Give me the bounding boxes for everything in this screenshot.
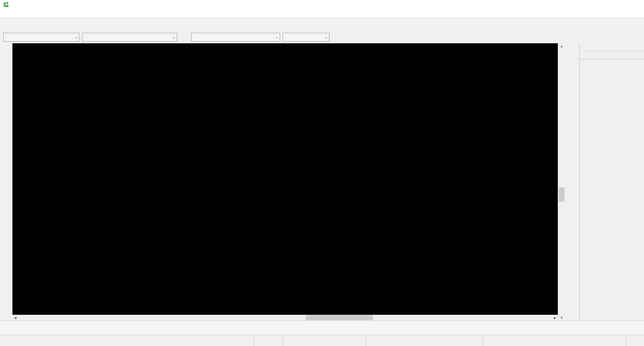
main-toolbar bbox=[0, 17, 644, 31]
status-units bbox=[626, 335, 644, 346]
pcbnew-window: ⌄ ⌄ ⌄ ⌄ ◀ ▶ ▲ ▼ bbox=[0, 0, 644, 346]
scroll-right-icon[interactable]: ▶ bbox=[552, 315, 558, 320]
left-toolbar bbox=[0, 43, 12, 320]
grid-select[interactable]: ⌄ bbox=[191, 33, 280, 42]
scroll-left-icon[interactable]: ◀ bbox=[12, 315, 18, 320]
scroll-down-icon[interactable]: ▼ bbox=[558, 315, 565, 320]
close-button[interactable] bbox=[629, 0, 644, 9]
horizontal-scrollbar[interactable]: ◀ ▶ bbox=[12, 315, 558, 320]
pcb-canvas[interactable] bbox=[12, 43, 558, 315]
chevron-down-icon: ⌄ bbox=[273, 35, 278, 39]
title-bar bbox=[0, 0, 644, 9]
status-grid bbox=[483, 335, 626, 346]
canvas-area[interactable]: ◀ ▶ bbox=[12, 43, 558, 320]
status-message bbox=[0, 335, 254, 346]
right-toolbar bbox=[565, 43, 579, 320]
track-width-select[interactable]: ⌄ bbox=[3, 33, 79, 42]
scroll-up-icon[interactable]: ▲ bbox=[558, 43, 565, 49]
chevron-down-icon: ⌄ bbox=[72, 35, 78, 39]
layers-manager-tabs bbox=[580, 51, 644, 59]
status-counts-bar bbox=[0, 320, 644, 335]
layers-manager-panel bbox=[579, 43, 644, 320]
vertical-scrollbar[interactable]: ▲ ▼ bbox=[558, 43, 565, 320]
status-position bbox=[283, 335, 366, 346]
main-row: ◀ ▶ ▲ ▼ bbox=[0, 43, 644, 320]
layers-list bbox=[580, 59, 644, 62]
bottom-status-bar bbox=[0, 335, 644, 346]
status-zoom bbox=[254, 335, 283, 346]
zoom-select[interactable]: ⌄ bbox=[283, 33, 329, 42]
auto-track-width-button[interactable] bbox=[179, 32, 190, 43]
app-icon bbox=[3, 1, 9, 8]
options-toolbar: ⌄ ⌄ ⌄ ⌄ bbox=[0, 31, 644, 43]
status-relative bbox=[366, 335, 483, 346]
v-scroll-thumb[interactable] bbox=[559, 187, 565, 202]
h-scroll-track[interactable] bbox=[18, 315, 552, 320]
h-scroll-thumb[interactable] bbox=[306, 315, 373, 320]
via-size-select[interactable]: ⌄ bbox=[82, 33, 177, 42]
layers-manager-title bbox=[580, 43, 644, 51]
chevron-down-icon: ⌄ bbox=[170, 35, 175, 39]
minimize-button[interactable] bbox=[598, 0, 613, 9]
chevron-down-icon: ⌄ bbox=[322, 35, 328, 39]
maximize-button[interactable] bbox=[613, 0, 629, 9]
menu-bar bbox=[0, 9, 644, 17]
